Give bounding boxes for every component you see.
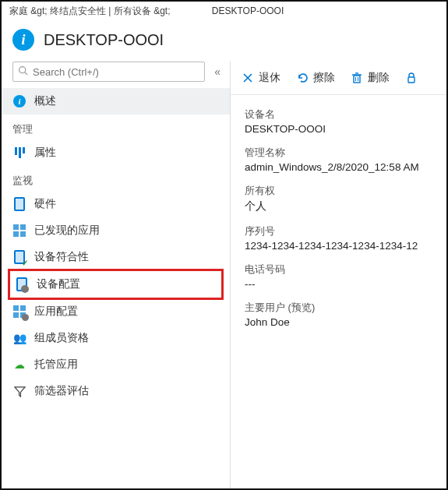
content-body: « i 概述 管理 属性 监视 硬件 bbox=[2, 62, 446, 488]
field-label: 电话号码 bbox=[245, 263, 432, 277]
nav-section-manage: 管理 bbox=[2, 115, 230, 139]
field-label: 序列号 bbox=[245, 224, 432, 238]
device-check-icon bbox=[12, 250, 26, 264]
field-mgmt-name: 管理名称 admin_Windows_2/8/2020_12:58 AM bbox=[245, 146, 432, 173]
nav-item-filter-eval[interactable]: 筛选器评估 bbox=[2, 378, 230, 404]
breadcrumb[interactable]: 家庭 &gt; 终结点安全性 | 所有设备 &gt; DESKTOP-OOOI bbox=[2, 2, 446, 21]
retire-button[interactable]: 退休 bbox=[235, 68, 287, 88]
svg-point-0 bbox=[19, 67, 26, 73]
field-label: 设备名 bbox=[245, 108, 432, 122]
device-gear-icon bbox=[15, 277, 29, 291]
nav-label: 属性 bbox=[34, 146, 56, 160]
undo-icon bbox=[296, 72, 309, 84]
nav-label: 设备符合性 bbox=[34, 250, 89, 264]
field-value: DESKTOP-OOOI bbox=[245, 123, 432, 135]
button-label: 删除 bbox=[368, 71, 390, 85]
nav-section-monitor: 监视 bbox=[2, 166, 230, 191]
breadcrumb-path[interactable]: 家庭 &gt; 终结点安全性 | 所有设备 &gt; bbox=[9, 5, 170, 16]
nav-item-hardware[interactable]: 硬件 bbox=[2, 191, 230, 217]
nav-label: 组成员资格 bbox=[34, 331, 89, 345]
x-icon bbox=[242, 72, 254, 84]
page-title-bar: i DESKTOP-OOOI bbox=[2, 21, 446, 62]
info-icon: i bbox=[12, 29, 34, 51]
nav-label: 应用配置 bbox=[34, 305, 78, 319]
apps-icon bbox=[12, 224, 26, 238]
details-pane: 设备名 DESKTOP-OOOI 管理名称 admin_Windows_2/8/… bbox=[231, 95, 446, 488]
device-icon bbox=[12, 197, 26, 211]
nav-item-device-config[interactable]: 设备配置 bbox=[15, 273, 217, 296]
highlight-box: 设备配置 bbox=[8, 269, 224, 300]
field-value: 个人 bbox=[245, 199, 432, 213]
breadcrumb-current: DESKTOP-OOOI bbox=[212, 5, 284, 16]
nav-item-managed-apps[interactable]: ☁ 托管应用 bbox=[2, 351, 230, 378]
search-icon bbox=[18, 65, 28, 78]
nav-item-group-membership[interactable]: 👥 组成员资格 bbox=[2, 325, 230, 351]
collapse-sidebar-button[interactable]: « bbox=[211, 65, 224, 78]
search-input[interactable] bbox=[33, 66, 199, 78]
apps-gear-icon bbox=[12, 305, 26, 319]
field-value: --- bbox=[245, 278, 432, 290]
field-phone: 电话号码 --- bbox=[245, 263, 432, 290]
info-icon: i bbox=[12, 94, 26, 108]
field-ownership: 所有权 个人 bbox=[245, 184, 432, 213]
app-frame: 家庭 &gt; 终结点安全性 | 所有设备 &gt; DESKTOP-OOOI … bbox=[0, 0, 448, 490]
nav-label: 概述 bbox=[34, 94, 56, 108]
field-label: 管理名称 bbox=[245, 146, 432, 160]
nav-item-device-compliance[interactable]: 设备符合性 bbox=[2, 244, 230, 270]
field-value: 1234-1234-1234-1234-1234-1234-12 bbox=[245, 240, 432, 252]
lock-icon bbox=[405, 72, 418, 84]
button-label: 退休 bbox=[259, 71, 280, 85]
page-title: DESKTOP-OOOI bbox=[44, 31, 164, 49]
svg-marker-2 bbox=[14, 386, 24, 396]
nav-label: 已发现的应用 bbox=[34, 224, 100, 238]
field-value: admin_Windows_2/8/2020_12:58 AM bbox=[245, 161, 432, 173]
nav-item-app-config[interactable]: 应用配置 bbox=[2, 298, 230, 325]
button-label: 擦除 bbox=[313, 71, 335, 85]
field-primary-user: 主要用户 (预览) John Doe bbox=[245, 301, 432, 328]
nav-list: i 概述 管理 属性 监视 硬件 已发现的应用 bbox=[2, 88, 230, 488]
main-pane: 退休 擦除 删除 bbox=[231, 62, 446, 488]
filter-icon bbox=[12, 384, 26, 398]
nav-item-discovered-apps[interactable]: 已发现的应用 bbox=[2, 217, 230, 244]
field-device-name: 设备名 DESKTOP-OOOI bbox=[245, 108, 432, 135]
nav-label: 硬件 bbox=[34, 197, 56, 211]
toolbar: 退休 擦除 删除 bbox=[231, 62, 446, 95]
nav-item-overview[interactable]: i 概述 bbox=[2, 88, 230, 115]
nav-label: 托管应用 bbox=[34, 358, 78, 372]
field-label: 主要用户 (预览) bbox=[245, 301, 432, 315]
svg-rect-10 bbox=[408, 77, 414, 83]
more-button[interactable] bbox=[399, 69, 424, 87]
field-value: John Doe bbox=[245, 316, 432, 328]
delete-button[interactable]: 删除 bbox=[344, 68, 396, 88]
nav-item-properties[interactable]: 属性 bbox=[2, 139, 230, 166]
search-row: « bbox=[2, 62, 230, 88]
sidebar: « i 概述 管理 属性 监视 硬件 bbox=[2, 62, 231, 488]
nav-label: 设备配置 bbox=[37, 277, 80, 291]
svg-rect-5 bbox=[354, 76, 360, 83]
field-label: 所有权 bbox=[245, 184, 432, 198]
cloud-icon: ☁ bbox=[12, 358, 26, 372]
wipe-button[interactable]: 擦除 bbox=[290, 68, 341, 88]
properties-icon bbox=[12, 146, 26, 160]
nav-label: 筛选器评估 bbox=[34, 384, 89, 398]
field-serial: 序列号 1234-1234-1234-1234-1234-1234-12 bbox=[245, 224, 432, 252]
svg-line-1 bbox=[25, 72, 27, 75]
people-icon: 👥 bbox=[12, 331, 26, 345]
trash-icon bbox=[351, 72, 363, 84]
search-box[interactable] bbox=[12, 62, 205, 82]
